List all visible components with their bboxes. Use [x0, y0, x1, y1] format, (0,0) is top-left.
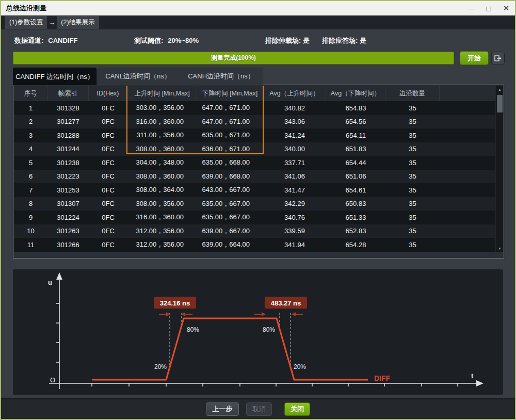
col-header-edge-count[interactable]: 边沿数量 — [385, 86, 440, 101]
table-cell: 337.71 — [263, 156, 326, 170]
table-cell: 301244 — [47, 142, 89, 156]
cancel-button[interactable]: 取消 — [246, 402, 272, 416]
data-channel-field: 数据通道:CANDIFF — [14, 36, 77, 45]
table-row[interactable]: 93012240FC316.00，360.00635.00，667.00340.… — [14, 211, 503, 224]
rise-80pct-label: 80% — [187, 326, 199, 333]
table-cell: 308.00，356.00 — [127, 197, 197, 211]
table-cell: 635.00，671.00 — [197, 128, 263, 142]
exclude-ack-value: 是 — [360, 37, 366, 44]
tab-canl-edge-time[interactable]: CANL边沿时间（ns） — [96, 68, 180, 85]
footer-bar: 上一步 取消 关闭 — [1, 398, 515, 419]
exclude-arbitration-label: 排除仲裁场: — [265, 37, 301, 44]
edge-time-diagram: u t O 324.16 ns 483.27 ns — [13, 269, 503, 395]
scroll-down-icon[interactable]: ▼ — [496, 245, 503, 252]
table-cell: 303.00，356.00 — [127, 101, 197, 115]
table-cell: 341.94 — [263, 238, 326, 252]
scroll-up-icon[interactable]: ▲ — [496, 86, 503, 93]
table-cell: 35 — [385, 224, 440, 238]
tab-strip: CANL边沿时间（ns） CANH边沿时间（ns） — [96, 68, 263, 85]
window-controls: — □ ✕ — [462, 1, 515, 15]
tab-canh-edge-time[interactable]: CANH边沿时间（ns） — [180, 68, 263, 85]
scrollbar-thumb[interactable] — [497, 95, 503, 112]
tab-candiff-edge-time[interactable]: CANDIFF 边沿时间（ns） — [13, 68, 96, 85]
table-row[interactable]: 43012440FC308.00，360.00636.00，671.00340.… — [14, 142, 503, 156]
table-cell: 301328 — [47, 101, 89, 115]
table-row[interactable]: 83013070FC308.00，356.00635.00，667.00342.… — [14, 197, 503, 211]
table-cell: 0FC — [89, 197, 127, 211]
table-cell: 311.00，356.00 — [127, 128, 197, 142]
col-header-index[interactable]: 序号 — [14, 86, 47, 101]
step-bar: (1)参数设置 → (2)结果展示 — [1, 15, 515, 29]
table-cell: 340.00 — [263, 142, 326, 156]
fall-time-value: 483.27 ns — [271, 299, 301, 307]
table-cell: 654.11 — [326, 128, 385, 142]
table-cell: 308.00，360.00 — [127, 142, 197, 156]
table-cell: 3 — [14, 128, 47, 142]
step-result-display[interactable]: (2)结果展示 — [57, 16, 99, 29]
table-cell: 0FC — [89, 224, 127, 238]
vertical-scrollbar[interactable]: ▲ ▼ — [495, 86, 503, 252]
table-row[interactable]: 63012230FC308.00，360.00639.00，668.00341.… — [14, 170, 503, 184]
table-cell: 342.29 — [263, 197, 326, 211]
close-dialog-button[interactable]: 关闭 — [284, 402, 310, 416]
export-icon — [494, 54, 502, 62]
start-button[interactable]: 开始 — [460, 51, 489, 65]
table-row[interactable]: 23012770FC316.00，360.00647.00，671.00343.… — [14, 115, 503, 129]
table-cell: 0FC — [89, 183, 127, 197]
window-title: 总线边沿测量 — [1, 4, 46, 13]
col-header-rise-minmax[interactable]: 上升时间 [Min,Max] — [127, 86, 197, 101]
table-cell: 10 — [14, 224, 47, 238]
table-cell-filler — [440, 170, 503, 184]
table-cell: 651.06 — [326, 170, 385, 184]
test-threshold-label: 测试阈值: — [134, 37, 163, 44]
table-cell: 635.00，668.00 — [197, 156, 263, 170]
maximize-button[interactable]: □ — [480, 1, 497, 15]
table-cell: 7 — [14, 183, 47, 197]
table-row[interactable]: 73012530FC308.00，364.00643.00，667.00341.… — [14, 183, 503, 197]
table-cell: 0FC — [89, 142, 127, 156]
waveform-panel: u t O 324.16 ns 483.27 ns — [13, 269, 503, 395]
table-cell: 35 — [385, 211, 440, 224]
table-cell-filler — [440, 101, 503, 115]
table-row[interactable]: 53012380FC304.00，348.00635.00，668.00337.… — [14, 156, 503, 170]
table-cell: 312.00，356.00 — [127, 224, 197, 238]
col-header-avg-rise[interactable]: Avg（上升时间） — [263, 86, 326, 101]
table-cell-filler — [440, 128, 503, 142]
table-cell-filler — [440, 142, 503, 156]
minimize-button[interactable]: — — [462, 1, 480, 15]
test-threshold-value: 20%~80% — [168, 37, 199, 44]
table-body: 13013280FC303.00，356.00647.00，671.00340.… — [14, 101, 503, 252]
export-button[interactable] — [491, 52, 505, 64]
col-header-fall-minmax[interactable]: 下降时间 [Min,Max] — [197, 86, 263, 101]
table-cell: 301307 — [47, 197, 89, 211]
table-cell: 639.00，668.00 — [197, 170, 263, 184]
step-parameter-settings[interactable]: (1)参数设置 — [5, 16, 47, 29]
close-button[interactable]: ✕ — [497, 1, 515, 15]
exclude-ack-field: 排除应答场:是 — [322, 36, 366, 45]
table-cell: 308.00，360.00 — [127, 170, 197, 184]
col-header-frame-index[interactable]: 帧索引 — [47, 86, 89, 101]
x-axis — [49, 383, 477, 386]
table-cell: 11 — [14, 238, 47, 252]
title-bar: 总线边沿测量 — □ ✕ — [1, 1, 515, 15]
measurement-progress-bar: 测量完成(100%) — [13, 52, 454, 64]
table-cell: 6 — [14, 170, 47, 184]
table-row[interactable]: 113012660FC312.00，356.00639.00，664.00341… — [14, 238, 503, 252]
x-axis-arrow-icon — [476, 380, 483, 386]
table-row[interactable]: 13013280FC303.00，356.00647.00，671.00340.… — [14, 101, 503, 115]
table-cell-filler — [440, 197, 503, 211]
table-row[interactable]: 33012880FC311.00，356.00635.00，671.00341.… — [14, 128, 503, 142]
table-cell: 341.47 — [263, 183, 326, 197]
table-cell: 308.00，364.00 — [127, 183, 197, 197]
table-row[interactable]: 103012630FC312.00，356.00639.00，667.00339… — [14, 224, 503, 238]
table-cell: 340.76 — [263, 211, 326, 224]
col-header-id-hex[interactable]: ID(Hex) — [89, 86, 127, 101]
previous-step-button[interactable]: 上一步 — [206, 402, 239, 416]
exclude-ack-label: 排除应答场: — [322, 37, 358, 44]
table-cell: 654.44 — [326, 156, 385, 170]
col-header-filler — [440, 86, 503, 101]
col-header-avg-fall[interactable]: Avg（下降时间） — [326, 86, 385, 101]
table-cell: 654.61 — [326, 183, 385, 197]
fall-20pct-label: 20% — [294, 363, 306, 370]
table-cell: 651.33 — [326, 211, 385, 224]
